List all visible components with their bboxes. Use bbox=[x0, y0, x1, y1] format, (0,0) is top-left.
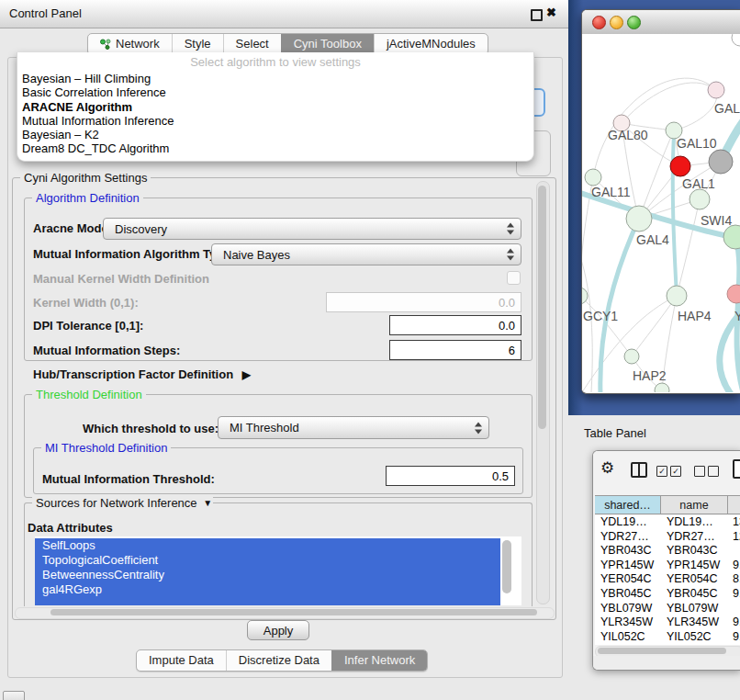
unchecked-checkbox-icon[interactable] bbox=[694, 466, 705, 477]
node-label: GAL4 bbox=[636, 232, 669, 247]
data-attributes-list[interactable]: SelfLoops TopologicalCoefficient Between… bbox=[35, 536, 521, 605]
list-scrollbar-thumb[interactable] bbox=[502, 540, 511, 593]
manual-kernel-width-label: Manual Kernel Width Definition bbox=[33, 272, 209, 286]
aracne-mode-combo[interactable]: Discovery bbox=[103, 218, 521, 240]
dropdown-item[interactable]: Dream8 DC_TDC Algorithm bbox=[17, 141, 533, 155]
dpi-tolerance-input[interactable]: 0.0 bbox=[389, 315, 521, 335]
tab-impute-data[interactable]: Impute Data bbox=[137, 650, 226, 671]
column-header-name[interactable]: name bbox=[661, 495, 728, 514]
dropdown-item[interactable]: Bayesian – Hill Climbing bbox=[17, 72, 533, 85]
checked-checkbox-icon[interactable]: ✓ bbox=[656, 466, 667, 477]
node-label: GCY1 bbox=[583, 309, 618, 323]
node-label-partial: GAL bbox=[714, 101, 740, 116]
table-row[interactable]: YBR043CYBR043C bbox=[595, 544, 740, 559]
tab-cyni-toolbox[interactable]: Cyni Toolbox bbox=[281, 34, 374, 54]
group-title: Cyni Algorithm Settings bbox=[20, 171, 151, 185]
dropdown-item[interactable]: Mutual Information Inference bbox=[17, 114, 533, 128]
table-header-row: shared… name bbox=[593, 495, 740, 515]
table-row[interactable]: YBR045CYBR045C9. bbox=[595, 587, 740, 602]
kernel-width-input[interactable]: 0.0 bbox=[326, 292, 521, 312]
dropdown-item[interactable]: Basic Correlation Inference bbox=[17, 85, 533, 99]
network-icon bbox=[100, 39, 111, 50]
apply-button[interactable]: Apply bbox=[247, 620, 309, 640]
close-icon[interactable]: ✖ bbox=[546, 6, 556, 19]
unchecked-checkbox-icon[interactable] bbox=[708, 466, 719, 477]
column-header-partial[interactable] bbox=[728, 495, 740, 514]
which-threshold-combo[interactable]: MI Threshold bbox=[218, 416, 489, 439]
column-header-shared-name[interactable]: shared… bbox=[595, 495, 661, 514]
combo-stepper-icon bbox=[475, 422, 482, 434]
table-row[interactable]: YLR345WYLR345W9. bbox=[595, 615, 740, 630]
document-icon[interactable] bbox=[733, 459, 740, 479]
node-salmon[interactable] bbox=[727, 285, 740, 303]
dropdown-item[interactable]: Bayesian – K2 bbox=[17, 128, 533, 141]
table-row[interactable]: YDR27…YDR27…12 bbox=[595, 530, 740, 545]
node-selected-red[interactable] bbox=[670, 156, 690, 176]
tab-jactivemnodules[interactable]: jActiveMNodules bbox=[374, 34, 488, 54]
node-swi4[interactable] bbox=[723, 225, 740, 249]
dropdown-item-selected[interactable]: ARACNE Algorithm bbox=[17, 100, 533, 114]
table-row[interactable]: YER054CYER054C8. bbox=[595, 572, 740, 587]
minimize-traffic-light-icon[interactable] bbox=[610, 16, 623, 29]
network-window-titlebar[interactable] bbox=[582, 10, 740, 35]
columns-icon[interactable] bbox=[631, 462, 647, 478]
attribute-item-selected[interactable]: SelfLoops bbox=[35, 538, 500, 553]
node-hap2[interactable] bbox=[624, 349, 639, 364]
table-row[interactable]: YPR145WYPR145W9. bbox=[595, 559, 740, 573]
tab-style[interactable]: Style bbox=[172, 34, 223, 54]
settings-hscrollbar-thumb[interactable] bbox=[50, 609, 537, 615]
application-window: Control Panel ✖ Network Style Select Cyn… bbox=[0, 0, 740, 700]
node-gcy1[interactable] bbox=[582, 288, 588, 304]
table-row[interactable]: YDL19…YDL19…13 bbox=[595, 515, 740, 530]
group-title: Algorithm Definition bbox=[32, 191, 143, 205]
combo-value: Naive Bayes bbox=[223, 248, 290, 262]
hub-definition-expander[interactable]: Hub/Transcription Factor Definition ▶ bbox=[33, 367, 245, 381]
mi-algorithm-type-combo[interactable]: Naive Bayes bbox=[211, 243, 521, 265]
node-gal1[interactable] bbox=[690, 189, 710, 209]
sources-collapser[interactable]: Sources for Network Inference ▼ bbox=[32, 496, 213, 511]
table-panel-region: Table Panel ⚙ ✓ ✓ shared… name bbox=[568, 415, 740, 700]
sources-title: Sources for Network Inference bbox=[36, 496, 197, 510]
node-gal11[interactable] bbox=[585, 169, 601, 186]
table-body[interactable]: YDL19…YDL19…13 YDR27…YDR27…12 YBR043CYBR… bbox=[595, 515, 740, 645]
which-threshold-label: Which threshold to use: bbox=[83, 422, 219, 435]
panel-corner-button[interactable] bbox=[3, 691, 25, 700]
tab-label: Select bbox=[236, 34, 269, 54]
combo-value: MI Threshold bbox=[230, 421, 299, 435]
checked-checkbox-icon[interactable]: ✓ bbox=[670, 466, 681, 477]
tab-infer-network[interactable]: Infer Network bbox=[331, 650, 427, 671]
gear-icon[interactable]: ⚙ bbox=[600, 458, 614, 478]
node-gray[interactable] bbox=[709, 150, 733, 174]
node-gal7[interactable] bbox=[708, 82, 724, 98]
attribute-item-selected[interactable]: BetweennessCentrality bbox=[35, 568, 500, 582]
attribute-item-selected[interactable]: TopologicalCoefficient bbox=[35, 553, 500, 568]
table-row[interactable]: YBL079WYBL079W bbox=[595, 602, 740, 616]
node-bottom-partial[interactable] bbox=[655, 383, 669, 392]
node-unlabeled[interactable] bbox=[732, 34, 740, 46]
table-hscrollbar-thumb[interactable] bbox=[598, 648, 726, 654]
attribute-item-selected[interactable]: gal4RGexp bbox=[35, 582, 500, 597]
network-view-window[interactable]: GAL80 GAL10 GAL1 GAL11 SWI4 GAL4 GCY1 HA… bbox=[581, 9, 740, 394]
mi-steps-input[interactable]: 6 bbox=[389, 340, 521, 360]
tab-network[interactable]: Network bbox=[88, 34, 172, 54]
attribute-item-selected-partial[interactable] bbox=[35, 597, 500, 605]
node-gal4[interactable] bbox=[626, 206, 652, 231]
tab-label: Network bbox=[116, 34, 160, 54]
tab-label: Discretize Data bbox=[239, 650, 320, 671]
close-traffic-light-icon[interactable] bbox=[592, 16, 606, 29]
settings-vscrollbar[interactable] bbox=[536, 181, 550, 604]
settings-hscrollbar[interactable] bbox=[15, 607, 555, 619]
node-hap4[interactable] bbox=[667, 286, 687, 306]
manual-kernel-width-checkbox[interactable] bbox=[507, 271, 521, 285]
network-canvas[interactable]: GAL80 GAL10 GAL1 GAL11 SWI4 GAL4 GCY1 HA… bbox=[582, 34, 740, 392]
table-toolbar: ⚙ ✓ ✓ bbox=[593, 451, 740, 495]
tab-select[interactable]: Select bbox=[223, 34, 281, 54]
tab-discretize-data[interactable]: Discretize Data bbox=[226, 650, 331, 671]
zoom-traffic-light-icon[interactable] bbox=[627, 16, 641, 29]
settings-vscrollbar-thumb[interactable] bbox=[538, 186, 546, 429]
dpi-tolerance-label: DPI Tolerance [0,1]: bbox=[33, 319, 143, 333]
table-row[interactable]: YIL052CYIL052C9. bbox=[595, 630, 740, 645]
input-value: 0.0 bbox=[499, 319, 515, 333]
float-window-icon[interactable] bbox=[531, 9, 543, 21]
mi-threshold-input[interactable]: 0.5 bbox=[386, 466, 515, 486]
